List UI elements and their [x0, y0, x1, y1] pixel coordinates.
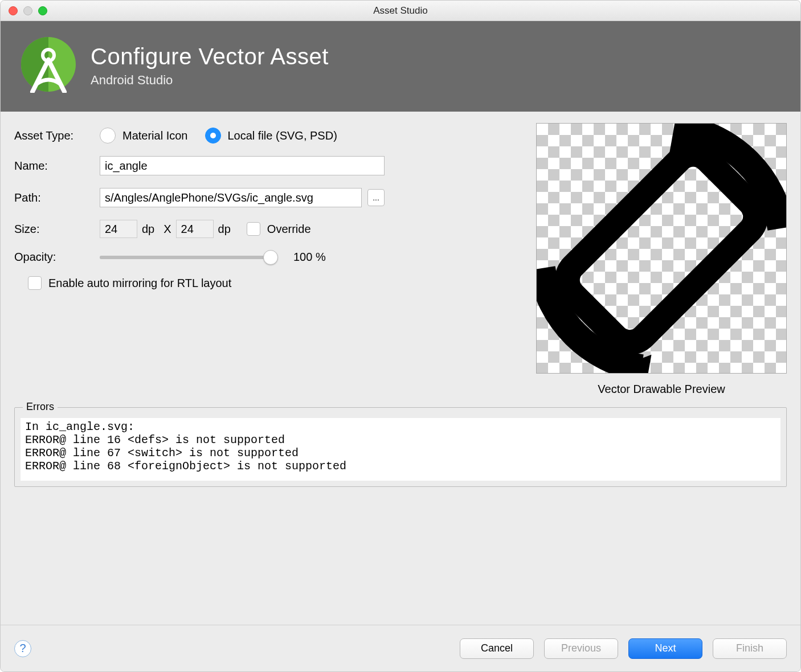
titlebar: Asset Studio: [1, 1, 800, 21]
form: Asset Type: Material Icon Local file (SV…: [14, 123, 522, 396]
cancel-button[interactable]: Cancel: [460, 638, 534, 659]
row-rtl-mirror: Enable auto mirroring for RTL layout: [28, 276, 522, 290]
rtl-mirror-label: Enable auto mirroring for RTL layout: [48, 277, 231, 290]
radio-icon: [205, 128, 221, 144]
name-input[interactable]: [100, 156, 385, 175]
row-name: Name:: [14, 156, 522, 175]
size-height-input[interactable]: [176, 220, 214, 238]
row-opacity: Opacity: 100 %: [14, 251, 522, 264]
errors-text[interactable]: In ic_angle.svg: ERROR@ line 16 <defs> i…: [21, 418, 780, 481]
row-size: Size: dp X dp Override: [14, 220, 522, 238]
size-unit-w: dp: [142, 223, 154, 236]
path-label: Path:: [14, 191, 100, 204]
opacity-value: 100 %: [293, 251, 326, 264]
radio-local-label: Local file (SVG, PSD): [228, 129, 337, 142]
header: Configure Vector Asset Android Studio: [1, 21, 800, 112]
help-icon: ?: [19, 642, 26, 655]
traffic-lights: [1, 6, 47, 15]
opacity-slider[interactable]: [100, 256, 271, 259]
vector-preview-icon: [537, 124, 786, 373]
header-subtitle: Android Studio: [91, 73, 329, 88]
window-title: Asset Studio: [1, 5, 800, 17]
footer: ? Cancel Previous Next Finish: [1, 625, 800, 671]
radio-material-icon[interactable]: Material Icon: [100, 128, 188, 144]
override-label: Override: [267, 223, 311, 236]
browse-button[interactable]: ...: [367, 189, 385, 206]
header-title: Configure Vector Asset: [91, 44, 329, 69]
errors-panel: Errors In ic_angle.svg: ERROR@ line 16 <…: [14, 407, 787, 487]
svg-rect-4: [559, 146, 763, 350]
close-icon[interactable]: [9, 6, 18, 15]
slider-thumb-icon[interactable]: [263, 250, 278, 265]
radio-local-file[interactable]: Local file (SVG, PSD): [205, 128, 337, 144]
size-width-input[interactable]: [100, 220, 137, 238]
size-label: Size:: [14, 223, 100, 236]
row-path: Path: ...: [14, 188, 522, 207]
size-separator: X: [164, 223, 171, 236]
dialog-window: Asset Studio Configure Vector Asset Andr…: [0, 0, 801, 672]
asset-type-label: Asset Type:: [14, 129, 100, 142]
content-area: Asset Type: Material Icon Local file (SV…: [1, 112, 800, 625]
android-studio-icon: [20, 36, 77, 96]
name-label: Name:: [14, 159, 100, 173]
preview-box: [536, 123, 787, 374]
errors-title: Errors: [23, 401, 58, 413]
minimize-icon: [23, 6, 32, 15]
radio-material-label: Material Icon: [122, 129, 188, 142]
preview-column: Vector Drawable Preview: [536, 123, 787, 396]
help-button[interactable]: ?: [14, 640, 31, 657]
row-asset-type: Asset Type: Material Icon Local file (SV…: [14, 128, 522, 144]
path-input[interactable]: [100, 188, 362, 207]
rtl-mirror-checkbox[interactable]: [28, 276, 42, 290]
finish-button[interactable]: Finish: [713, 638, 787, 659]
zoom-icon[interactable]: [38, 6, 47, 15]
preview-caption: Vector Drawable Preview: [598, 383, 725, 396]
size-unit-h: dp: [218, 223, 231, 236]
radio-icon: [100, 128, 116, 144]
override-checkbox[interactable]: [247, 222, 260, 236]
opacity-label: Opacity:: [14, 251, 100, 264]
previous-button[interactable]: Previous: [544, 638, 618, 659]
next-button[interactable]: Next: [628, 638, 702, 659]
